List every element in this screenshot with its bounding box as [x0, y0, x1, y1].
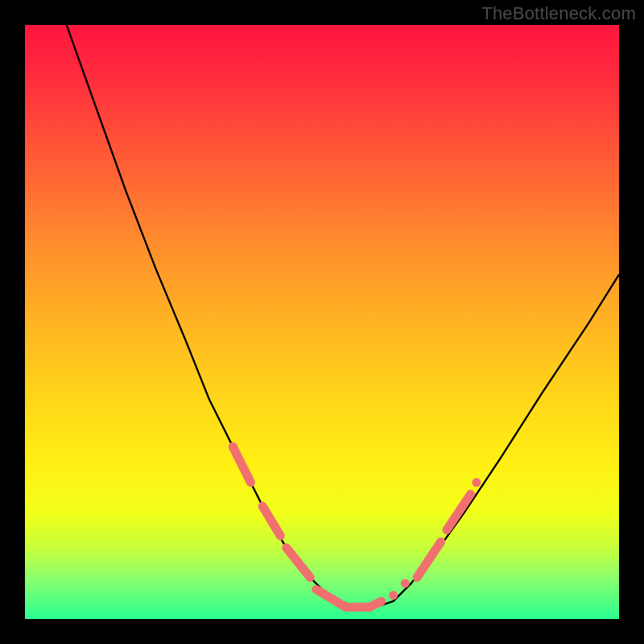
bead-segment: [447, 494, 471, 530]
bead-segment: [369, 601, 382, 607]
bead-segment: [287, 547, 311, 577]
watermark-text: TheBottleneck.com: [481, 3, 636, 24]
bead-dot: [401, 579, 410, 588]
bottleneck-curve: [67, 25, 619, 607]
marker-carrier: [67, 25, 619, 607]
chart-overlay: [25, 25, 619, 619]
bead-segment: [262, 506, 280, 536]
plot-frame: [25, 25, 619, 619]
bead-segment: [316, 589, 346, 607]
bead-dot: [389, 591, 398, 600]
bead-dot: [229, 443, 237, 452]
highlighted-segments: [229, 443, 481, 608]
bead-segment: [233, 447, 250, 482]
bead-segment: [417, 542, 441, 577]
bead-dot: [472, 478, 481, 487]
